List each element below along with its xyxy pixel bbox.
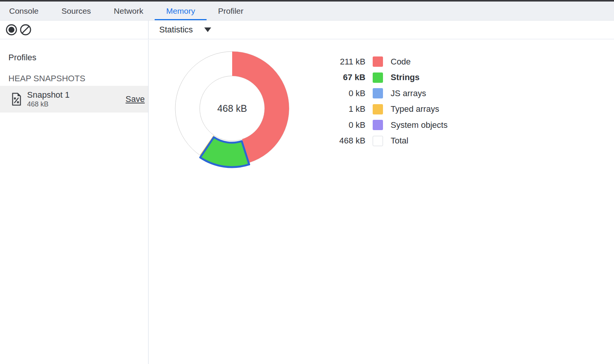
legend-item-code[interactable]: 211 kB Code [323, 54, 448, 70]
perspective-dropdown-value: Statistics [159, 25, 193, 35]
record-button[interactable] [5, 24, 18, 36]
memory-toolbar: Statistics [0, 21, 614, 39]
legend-swatch-strings [373, 72, 383, 83]
profiles-toolbar [0, 21, 149, 39]
legend-item-system-objects[interactable]: 0 kB System objects [323, 117, 448, 133]
perspective-dropdown[interactable]: Statistics [159, 25, 211, 35]
snapshot-size: 468 kB [27, 100, 69, 108]
memory-donut-chart [169, 45, 295, 171]
sidebar-item-snapshot-1[interactable]: Snapshot 1 468 kB Save [0, 86, 148, 113]
legend-swatch-system-objects [373, 120, 383, 130]
legend-label-code: Code [391, 57, 411, 67]
save-snapshot-link[interactable]: Save [126, 94, 145, 104]
legend-label-strings: Strings [391, 72, 420, 82]
heap-snapshot-icon [11, 93, 21, 106]
tab-profiler[interactable]: Profiler [207, 2, 255, 20]
legend-label-total: Total [391, 136, 408, 146]
legend-label-system-objects: System objects [391, 120, 448, 130]
clear-icon [19, 24, 32, 36]
pie-segment-strings-selected[interactable] [200, 137, 249, 167]
legend-swatch-total [373, 136, 383, 146]
legend-swatch-typed-arrays [373, 104, 383, 114]
legend-label-js-arrays: JS arrays [391, 89, 426, 98]
tab-sources[interactable]: Sources [50, 2, 102, 20]
legend-item-js-arrays[interactable]: 0 kB JS arrays [323, 85, 448, 101]
legend-value-strings: 67 kB [323, 72, 365, 82]
record-icon [5, 24, 18, 36]
snapshot-name: Snapshot 1 [27, 90, 69, 100]
legend-value-code: 211 kB [323, 57, 365, 67]
memory-panel-content: Profiles HEAP SNAPSHOTS Snapshot 1 468 k… [0, 40, 614, 364]
clear-button[interactable] [19, 24, 32, 36]
dropdown-caret-icon [204, 27, 211, 32]
statistics-view: 468 kB 211 kB Code 67 kB Strings 0 kB JS… [149, 40, 614, 364]
legend-item-total[interactable]: 468 kB Total [323, 133, 448, 149]
heap-snapshots-section-header: HEAP SNAPSHOTS [8, 74, 148, 84]
tab-network[interactable]: Network [102, 2, 155, 20]
tab-memory[interactable]: Memory [155, 2, 207, 20]
legend-item-typed-arrays[interactable]: 1 kB Typed arrays [323, 101, 448, 118]
profiles-title: Profiles [8, 53, 148, 63]
legend-item-strings[interactable]: 67 kB Strings [323, 70, 448, 86]
legend-swatch-code [373, 56, 383, 67]
legend-value-total: 468 kB [323, 136, 365, 146]
legend-swatch-js-arrays [373, 88, 383, 98]
tab-console[interactable]: Console [0, 2, 50, 20]
legend-label-typed-arrays: Typed arrays [391, 104, 439, 114]
profiles-sidebar: Profiles HEAP SNAPSHOTS Snapshot 1 468 k… [0, 40, 149, 364]
legend-value-typed-arrays: 1 kB [323, 104, 365, 114]
chart-legend: 211 kB Code 67 kB Strings 0 kB JS arrays… [323, 54, 448, 149]
view-toolbar: Statistics [149, 21, 614, 39]
legend-value-system-objects: 0 kB [323, 120, 365, 130]
snapshot-texts: Snapshot 1 468 kB [27, 90, 69, 108]
devtools-tabbar: Console Sources Network Memory Profiler [0, 2, 614, 21]
legend-value-js-arrays: 0 kB [323, 89, 365, 98]
